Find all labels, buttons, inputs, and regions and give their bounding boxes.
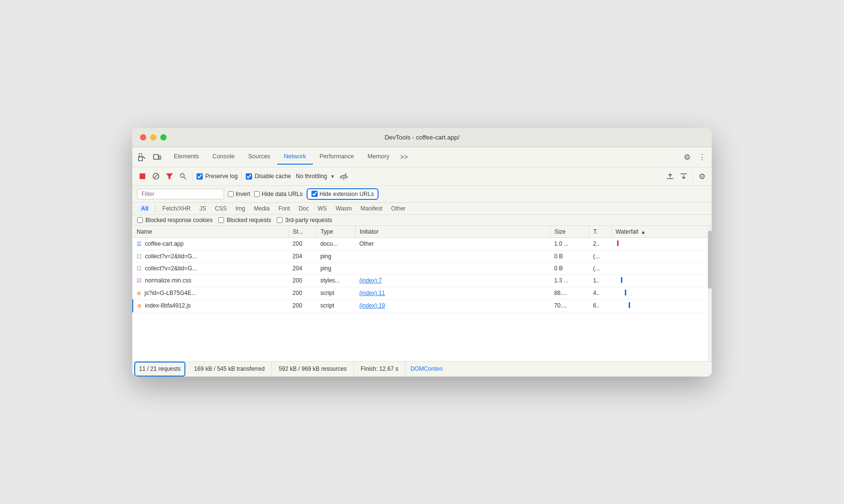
row-3-waterfall bbox=[611, 274, 712, 287]
row-5-initiator: (index):19 bbox=[355, 299, 550, 312]
minimize-button[interactable] bbox=[150, 134, 156, 140]
row-1-time: (... bbox=[589, 250, 611, 262]
preserve-log-label[interactable]: Preserve log bbox=[197, 173, 238, 180]
type-btn-css[interactable]: CSS bbox=[211, 204, 231, 213]
invert-checkbox[interactable] bbox=[228, 191, 234, 197]
maximize-button[interactable] bbox=[160, 134, 167, 140]
disable-cache-label[interactable]: Disable cache bbox=[246, 173, 291, 180]
table-row[interactable]: ☑ normalize.min.css 200 styles... (index… bbox=[133, 274, 712, 287]
blocked-response-checkbox[interactable] bbox=[137, 217, 143, 223]
scrollbar[interactable] bbox=[708, 226, 712, 361]
record-stop-button[interactable] bbox=[137, 171, 148, 182]
row-0-name: ☰ coffee-cart.app bbox=[133, 238, 289, 250]
waterfall-bar bbox=[625, 290, 626, 295]
network-settings-icon[interactable]: ⚙ bbox=[697, 170, 707, 182]
svg-rect-0 bbox=[139, 154, 142, 156]
scrollbar-thumb[interactable] bbox=[708, 231, 712, 289]
clear-button[interactable] bbox=[151, 171, 161, 182]
hide-data-label[interactable]: Hide data URLs bbox=[254, 191, 303, 197]
blocked-response-label[interactable]: Blocked response cookies bbox=[137, 217, 212, 224]
tab-console[interactable]: Console bbox=[206, 149, 241, 165]
row-1-type: ping bbox=[316, 250, 355, 262]
type-separator bbox=[155, 205, 155, 212]
settings-icon[interactable]: ⚙ bbox=[682, 151, 692, 164]
type-btn-img[interactable]: Img bbox=[232, 204, 249, 213]
type-btn-all[interactable]: All bbox=[137, 204, 152, 213]
table-row[interactable]: ⊕ index-8bfa4912.js 200 script (index):1… bbox=[133, 299, 712, 312]
tab-network[interactable]: Network bbox=[277, 149, 313, 165]
type-btn-doc[interactable]: Doc bbox=[295, 204, 312, 213]
invert-label[interactable]: Invert bbox=[228, 191, 250, 197]
filter-input[interactable] bbox=[137, 189, 224, 199]
tab-performance[interactable]: Performance bbox=[313, 149, 361, 165]
devtools-content: Elements Console Sources Network Perform… bbox=[132, 147, 712, 377]
requests-segment: 11 / 21 requests bbox=[134, 362, 185, 377]
col-header-waterfall[interactable]: Waterfall ▲ bbox=[611, 226, 712, 238]
hide-ext-checkbox[interactable] bbox=[311, 191, 318, 197]
table-row[interactable]: ☐ collect?v=2&tid=G... 204 ping 0 B (... bbox=[133, 250, 712, 262]
type-btn-js[interactable]: JS bbox=[196, 204, 210, 213]
svg-line-9 bbox=[184, 177, 186, 179]
col-header-name[interactable]: Name bbox=[133, 226, 289, 238]
type-btn-manifest[interactable]: Manifest bbox=[357, 204, 386, 213]
upload-har-icon[interactable] bbox=[665, 171, 675, 182]
row-0-size: 1.0 ... bbox=[550, 238, 590, 250]
tab-memory[interactable]: Memory bbox=[361, 149, 396, 165]
row-0-icon: ☰ bbox=[137, 241, 141, 247]
row-3-type: styles... bbox=[316, 274, 355, 287]
status-bar: 11 / 21 requests 169 kB / 545 kB transfe… bbox=[132, 361, 712, 377]
disable-cache-checkbox[interactable] bbox=[246, 173, 252, 180]
row-2-waterfall bbox=[611, 262, 712, 274]
col-header-initiator[interactable]: Initiator bbox=[355, 226, 550, 238]
type-btn-ws[interactable]: WS bbox=[314, 204, 331, 213]
row-5-initiator-link[interactable]: (index):19 bbox=[359, 302, 385, 309]
close-button[interactable] bbox=[140, 134, 146, 140]
row-5-size: 70.... bbox=[550, 299, 590, 312]
waterfall-bar bbox=[621, 277, 622, 283]
inspect-icon[interactable] bbox=[136, 151, 149, 163]
more-tabs-button[interactable]: >> bbox=[396, 151, 411, 163]
tab-bar: Elements Console Sources Network Perform… bbox=[132, 147, 712, 168]
requests-text: 11 / 21 requests bbox=[139, 365, 181, 372]
type-btn-fetch[interactable]: Fetch/XHR bbox=[158, 204, 195, 213]
finish-text: Finish: 12.67 s bbox=[361, 365, 398, 372]
row-1-status: 204 bbox=[289, 250, 317, 262]
third-party-label[interactable]: 3rd-party requests bbox=[277, 217, 332, 224]
col-header-size[interactable]: Size bbox=[550, 226, 590, 238]
third-party-checkbox[interactable] bbox=[277, 217, 282, 223]
devtools-window: DevTools - coffee-cart.app/ bbox=[132, 128, 712, 377]
waterfall-bar bbox=[629, 302, 630, 308]
network-table-wrapper: Name St... Type Initiator Size bbox=[132, 226, 712, 361]
network-conditions-icon[interactable] bbox=[338, 171, 350, 181]
blocked-requests-label[interactable]: Blocked requests bbox=[218, 217, 271, 224]
throttle-select[interactable]: No throttling Fast 3G Slow 3G bbox=[294, 172, 329, 181]
type-btn-font[interactable]: Font bbox=[274, 204, 294, 213]
row-1-waterfall bbox=[611, 250, 712, 262]
type-btn-media[interactable]: Media bbox=[250, 204, 274, 213]
row-1-icon: ☐ bbox=[137, 253, 141, 260]
device-toggle-icon[interactable] bbox=[151, 151, 163, 163]
row-4-initiator-link[interactable]: (index):11 bbox=[359, 290, 385, 296]
hide-data-checkbox[interactable] bbox=[254, 191, 260, 197]
type-btn-wasm[interactable]: Wasm bbox=[332, 204, 356, 213]
table-row[interactable]: ☐ collect?v=2&tid=G... 204 ping 0 B (... bbox=[133, 262, 712, 274]
download-har-icon[interactable] bbox=[678, 171, 689, 182]
kebab-menu-icon[interactable]: ⋮ bbox=[696, 151, 708, 164]
row-2-size: 0 B bbox=[550, 262, 590, 274]
type-btn-other[interactable]: Other bbox=[387, 204, 409, 213]
row-1-name: ☐ collect?v=2&tid=G... bbox=[133, 250, 289, 262]
tab-elements[interactable]: Elements bbox=[167, 149, 206, 165]
filter-button[interactable] bbox=[164, 171, 175, 182]
col-header-status[interactable]: St... bbox=[289, 226, 317, 238]
blocked-requests-checkbox[interactable] bbox=[218, 217, 224, 223]
table-row[interactable]: ⊕ js?id=G-LB75G4E... 200 script (index):… bbox=[133, 287, 712, 299]
transferred-text: 169 kB / 545 kB transferred bbox=[194, 365, 265, 372]
search-button[interactable] bbox=[178, 171, 188, 182]
row-3-initiator-link[interactable]: (index):7 bbox=[359, 277, 382, 284]
col-header-time[interactable]: T. bbox=[589, 226, 611, 238]
table-row[interactable]: ☰ coffee-cart.app 200 docu... Other 1.0 … bbox=[133, 238, 712, 250]
tab-sources[interactable]: Sources bbox=[241, 149, 277, 165]
col-header-type[interactable]: Type bbox=[316, 226, 355, 238]
third-party-text: 3rd-party requests bbox=[285, 217, 332, 224]
preserve-log-checkbox[interactable] bbox=[197, 173, 203, 180]
